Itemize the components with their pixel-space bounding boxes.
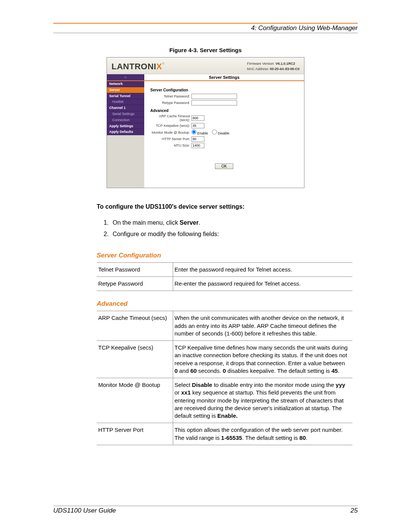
label-http: HTTP Server Port:	[150, 137, 191, 141]
label-arp: ARP Cache Timeout (secs):	[150, 114, 191, 122]
label-enable: Enable	[198, 131, 208, 135]
input-http[interactable]	[191, 136, 204, 142]
panel-title: Server Settings	[144, 74, 304, 80]
home-icon[interactable]: ⌂	[107, 74, 144, 80]
cell-desc: Enter the password required for Telnet a…	[173, 262, 352, 276]
cell-desc: TCP Keepalive time defines how many seco…	[173, 341, 352, 378]
section-heading-server-config: Server Configuration	[97, 252, 358, 259]
table-row: Telnet Password Enter the password requi…	[97, 262, 352, 276]
table-server-config: Telnet Password Enter the password requi…	[97, 262, 352, 291]
table-row: Monitor Mode @ Bootup Select Disable to …	[97, 378, 352, 423]
step-2: Configure or modify the following fields…	[110, 228, 358, 240]
input-tcp[interactable]	[191, 123, 204, 128]
cell-desc: This option allows the configuration of …	[173, 423, 352, 445]
radio-disable[interactable]	[212, 129, 217, 134]
cell-desc: Re-enter the password required for Telne…	[173, 277, 352, 291]
input-telnet-password[interactable]	[191, 94, 237, 99]
firmware-value: V6.1.0.1RC2	[276, 62, 295, 66]
label-disable: Disable	[218, 131, 229, 135]
section-heading-advanced: Advanced	[97, 300, 358, 308]
cell-label: ARP Cache Timeout (secs)	[97, 311, 173, 341]
footer: UDS1100 User Guide 25	[53, 506, 358, 514]
nav-hostlist[interactable]: Hostlist	[107, 99, 144, 105]
nav-network[interactable]: Network	[107, 81, 144, 87]
label-retype-password: Retype Password:	[150, 101, 191, 105]
step-1: On the main menu, click Server.	[110, 217, 358, 228]
nav-channel1[interactable]: Channel 1	[107, 105, 144, 111]
cell-label: Monitor Mode @ Bootup	[97, 378, 173, 423]
table-row: TCP Keepalive (secs) TCP Keepalive time …	[97, 341, 352, 378]
footer-title: UDS1100 User Guide	[53, 507, 116, 514]
input-mtu[interactable]	[191, 143, 204, 148]
nav-serial-settings[interactable]: Serial Settings	[107, 111, 144, 117]
chapter-header: 4: Configuration Using Web-Manager	[53, 24, 358, 33]
sidebar-nav: Network Server Serial Tunnel Hostlist Ch…	[107, 81, 144, 188]
label-monitor: Monitor Mode @ Bootup:	[150, 131, 191, 134]
cell-label: Retype Password	[97, 277, 173, 291]
nav-apply-settings[interactable]: Apply Settings	[107, 123, 144, 129]
table-row: ARP Cache Timeout (secs) When the unit c…	[97, 311, 352, 341]
mac-label: MAC Address:	[247, 67, 269, 71]
nav-apply-defaults[interactable]: Apply Defaults	[107, 129, 144, 135]
logo-x: X	[156, 62, 162, 71]
firmware-label: Firmware Version:	[247, 62, 275, 66]
screenshot: LANTRONIX® Firmware Version: V6.1.0.1RC2…	[107, 57, 304, 188]
steps-list: On the main menu, click Server. Configur…	[110, 217, 358, 240]
nav-serial-tunnel[interactable]: Serial Tunnel	[107, 93, 144, 99]
nav-server[interactable]: Server	[107, 87, 144, 93]
input-arp[interactable]	[191, 115, 204, 121]
label-telnet-password: Telnet Password:	[150, 94, 191, 98]
section-advanced: Advanced	[150, 109, 298, 113]
cell-desc: Select Disable to disable entry into the…	[173, 378, 352, 423]
table-advanced: ARP Cache Timeout (secs) When the unit c…	[97, 311, 352, 445]
figure-caption: Figure 4-3. Server Settings	[53, 47, 358, 53]
cell-label: TCP Keepalive (secs)	[97, 341, 173, 378]
mac-value: 00-20-4A-83-06-C0	[270, 67, 299, 71]
label-mtu: MTU Size:	[150, 144, 191, 147]
cell-label: Telnet Password	[97, 262, 173, 276]
cell-desc: When the unit communicates with another …	[173, 311, 352, 341]
radio-enable[interactable]	[191, 129, 196, 134]
ok-button[interactable]: OK	[215, 163, 233, 169]
logo: LANTRONIX®	[112, 62, 165, 72]
table-row: Retype Password Re-enter the password re…	[97, 277, 352, 291]
page-number: 25	[350, 507, 358, 514]
table-row: HTTP Server Port This option allows the …	[97, 423, 352, 445]
input-retype-password[interactable]	[191, 100, 237, 105]
header-info: Firmware Version: V6.1.0.1RC2 MAC Addres…	[247, 61, 299, 72]
label-tcp: TCP Keepalive (secs):	[150, 124, 191, 128]
logo-text: LANTRONI	[112, 62, 156, 71]
intro: To configure the UDS1100's device server…	[97, 203, 358, 210]
cell-label: HTTP Server Port	[97, 423, 173, 445]
section-server-config: Server Configuration	[150, 88, 298, 92]
nav-connection[interactable]: Connection	[107, 117, 144, 123]
